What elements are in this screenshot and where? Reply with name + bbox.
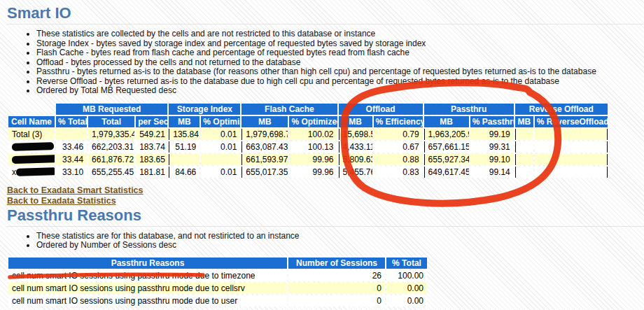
- passthru-reasons-heading: Passthru Reasons: [7, 206, 644, 227]
- ro-pct-reverseoffload: [535, 167, 608, 178]
- redaction-mark: [16, 167, 55, 176]
- si-mb: 135.84: [169, 129, 200, 140]
- ro-mb: [515, 154, 533, 165]
- col-header-pct-passthru: % Passthru: [470, 116, 514, 127]
- per-sec: 549.21: [136, 129, 167, 140]
- of-pct-efficiency: 0.83: [374, 167, 423, 178]
- group-header-mb-requested: MB Requested: [56, 104, 167, 115]
- col-header-pct-total: % Total: [56, 116, 87, 127]
- sessions-count: 26: [288, 270, 385, 281]
- si-mb: 84.66: [169, 167, 200, 178]
- col-header-si-mb: MB: [169, 116, 200, 127]
- pt-mb: 655,927.34: [424, 154, 469, 165]
- col-header-cell-name: Cell Name: [8, 116, 55, 127]
- col-header-fc-pct-optimized: % Optimized: [289, 116, 337, 127]
- back-to-exadata-smart-statistics-link[interactable]: Back to Exadata Smart Statistics: [7, 185, 644, 195]
- of-pct-efficiency: 0.79: [374, 129, 423, 140]
- si-pct-optimized: [201, 154, 240, 165]
- si-pct-optimized: 0.01: [201, 167, 240, 178]
- pct-total: 33.44: [56, 154, 87, 165]
- group-header-reverse-offload: Reverse Offload: [515, 104, 608, 115]
- fc-mb: 661,593.97: [241, 154, 288, 165]
- cell-name-redacted: x: [8, 167, 55, 178]
- redaction-mark: [12, 142, 54, 151]
- per-sec: 183.65: [136, 154, 167, 165]
- cell-name-redacted: [8, 154, 55, 165]
- note-item: Storage Index - bytes saved by storage i…: [36, 39, 644, 49]
- ro-mb: [515, 129, 533, 140]
- pt-mb: 649,617.45: [424, 167, 469, 178]
- fc-pct-optimized: 99.96: [289, 167, 337, 178]
- smart-io-notes: These statistics are collected by the ce…: [27, 29, 644, 96]
- of-pct-efficiency: 0.67: [374, 141, 423, 153]
- pt-mb: 1,963,205.94: [424, 129, 469, 140]
- of-mb: 5,809.63: [339, 154, 372, 165]
- col-header-pct-efficiency: % Efficiency: [374, 116, 423, 127]
- of-mb: 15,698.51: [339, 129, 372, 140]
- smart-io-heading: Smart IO: [7, 4, 644, 24]
- per-sec: 183.74: [136, 141, 167, 153]
- si-mb: 51.19: [169, 141, 200, 153]
- note-item: Offload - bytes processed by the cells a…: [36, 58, 644, 68]
- note-item: Passthru - bytes returned as-is to the d…: [36, 67, 644, 77]
- table-row-reason: cell num smart IO sessions using passthr…: [8, 283, 427, 294]
- pct-total: 33.46: [56, 141, 87, 153]
- ro-mb: [515, 141, 533, 153]
- ro-mb: [515, 167, 533, 178]
- note-item: Flash Cache - bytes read from flash cach…: [36, 48, 644, 58]
- col-header-total: Total: [88, 116, 134, 127]
- table-row-cell: 33.46 662,203.31 183.74 51.19 0.01 663,0…: [8, 141, 608, 153]
- col-header-pct-total: % Total: [386, 258, 427, 269]
- pct-total: 0.00: [386, 283, 427, 294]
- group-header-passthru: Passthru: [424, 104, 514, 115]
- group-header-flash-cache: Flash Cache: [241, 104, 337, 115]
- fc-mb: 663,087.43: [241, 141, 288, 153]
- note-item: Reverse Offload - bytes returned as-is t…: [36, 77, 644, 87]
- column-header-row: Cell Name % Total Total per Sec MB % Opt…: [8, 116, 608, 127]
- cell-name: Total (3): [8, 129, 55, 140]
- passthru-reasons-table: Passthru Reasons Number of Sessions % To…: [7, 256, 428, 308]
- smart-io-table: MB Requested Storage Index Flash Cache O…: [7, 102, 609, 179]
- ro-pct-reverseoffload: [535, 141, 608, 153]
- pct-total: 100.00: [386, 270, 427, 281]
- note-item: These statistics are for this database, …: [36, 232, 644, 241]
- pt-pct-passthru: 99.10: [470, 154, 514, 165]
- note-item: Ordered by Number of Sessions desc: [36, 241, 644, 251]
- pt-pct-passthru: 99.14: [470, 167, 514, 178]
- col-header-ro-mb: MB: [515, 116, 533, 127]
- back-links: Back to Exadata Smart Statistics Back to…: [7, 185, 644, 206]
- of-mb: 5,455.76: [339, 167, 372, 178]
- si-pct-optimized: 0.01: [201, 141, 240, 153]
- total-mb: 661,876.72: [88, 154, 134, 165]
- col-header-pt-mb: MB: [424, 116, 469, 127]
- pct-total: 0.00: [386, 295, 427, 307]
- fc-pct-optimized: 99.96: [289, 154, 337, 165]
- of-pct-efficiency: 0.88: [374, 154, 423, 165]
- col-header-per-sec: per Sec: [136, 116, 167, 127]
- fc-pct-optimized: 100.02: [289, 129, 337, 140]
- group-header-row: MB Requested Storage Index Flash Cache O…: [8, 104, 608, 115]
- table-row-cell: 33.44 661,876.72 183.65 661,593.97 99.96…: [8, 154, 608, 165]
- reason-text: cell num smart IO sessions using passthr…: [8, 283, 287, 294]
- column-header-row: Passthru Reasons Number of Sessions % To…: [8, 258, 427, 269]
- sessions-count: 0: [288, 295, 385, 307]
- report-page: Smart IO These statistics are collected …: [0, 0, 644, 310]
- sessions-count: 0: [288, 283, 385, 294]
- total-mb: 655,255.45: [88, 167, 134, 178]
- pt-pct-passthru: 99.31: [470, 141, 514, 153]
- group-header-storage-index: Storage Index: [169, 104, 240, 115]
- back-to-exadata-statistics-link[interactable]: Back to Exadata Statistics: [7, 196, 644, 206]
- reason-text: cell num smart IO sessions using passthr…: [8, 295, 287, 307]
- si-mb: [169, 154, 200, 165]
- col-header-si-pct-optimized: % Optimized: [201, 116, 240, 127]
- note-item: Ordered by Total MB Requested desc: [36, 86, 644, 96]
- passthru-reasons-notes: These statistics are for this database, …: [27, 232, 644, 251]
- per-sec: 181.81: [136, 167, 167, 178]
- of-mb: 4,433.11: [339, 141, 372, 153]
- col-header-of-mb: MB: [339, 116, 372, 127]
- group-header-offload: Offload: [339, 104, 423, 115]
- group-header-empty: [8, 104, 55, 115]
- note-item: These statistics are collected by the ce…: [36, 29, 644, 39]
- fc-mb: 655,017.35: [241, 167, 288, 178]
- col-header-pct-reverseoffload: % ReverseOffload: [535, 116, 608, 127]
